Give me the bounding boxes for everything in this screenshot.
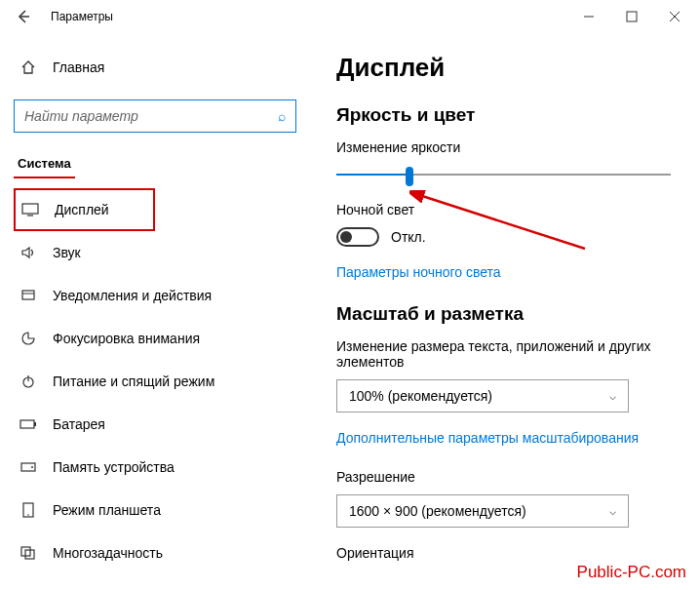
sidebar-item-label: Режим планшета — [53, 502, 161, 518]
home-link[interactable]: Главная — [14, 49, 307, 86]
window-title: Параметры — [51, 10, 113, 23]
orientation-label: Ориентация — [336, 545, 671, 561]
maximize-icon — [626, 11, 638, 22]
sidebar-item-focus[interactable]: Фокусировка внимания — [14, 317, 307, 360]
toggle-state-label: Откл. — [391, 229, 426, 245]
sidebar-item-label: Многозадачность — [53, 545, 163, 561]
svg-rect-2 — [627, 12, 637, 21]
brightness-section-heading: Яркость и цвет — [336, 104, 671, 126]
nightlight-label: Ночной свет — [336, 202, 671, 217]
notifications-icon — [18, 288, 39, 303]
resolution-label: Разрешение — [336, 469, 671, 485]
sidebar-item-label: Фокусировка внимания — [53, 331, 200, 346]
focus-icon — [18, 331, 39, 346]
close-button[interactable] — [653, 0, 696, 33]
close-icon — [669, 11, 681, 22]
toggle-knob — [340, 231, 352, 243]
brightness-slider[interactable] — [336, 165, 671, 184]
svg-point-16 — [27, 514, 29, 516]
chevron-down-icon: ⌵ — [609, 504, 616, 518]
search-input[interactable] — [24, 108, 278, 124]
slider-thumb[interactable] — [406, 167, 413, 186]
sidebar-item-label: Звук — [53, 245, 81, 260]
search-icon: ⌕ — [278, 108, 286, 124]
resolution-dropdown[interactable]: 1600 × 900 (рекомендуется) ⌵ — [336, 494, 629, 528]
scale-section-heading: Масштаб и разметка — [336, 303, 671, 325]
nightlight-toggle[interactable] — [336, 227, 379, 247]
svg-rect-5 — [22, 204, 38, 214]
home-icon — [18, 59, 39, 75]
sidebar-item-label: Батарея — [53, 416, 105, 432]
sidebar-item-sound[interactable]: Звук — [14, 231, 307, 274]
sidebar-item-label: Дисплей — [55, 202, 109, 217]
slider-fill — [336, 174, 409, 176]
back-button[interactable] — [4, 0, 43, 33]
tablet-icon — [18, 502, 39, 518]
minimize-icon — [583, 11, 595, 22]
storage-icon — [18, 461, 39, 473]
chevron-down-icon: ⌵ — [609, 389, 616, 403]
titlebar: Параметры — [0, 0, 700, 33]
display-icon — [19, 203, 41, 216]
sidebar-item-label: Уведомления и действия — [53, 288, 212, 303]
page-title: Дисплей — [336, 53, 671, 83]
sidebar-item-notifications[interactable]: Уведомления и действия — [14, 274, 307, 317]
multitask-icon — [18, 546, 39, 560]
search-box[interactable]: ⌕ — [14, 99, 296, 133]
sound-icon — [18, 245, 39, 260]
resolution-value: 1600 × 900 (рекомендуется) — [349, 503, 526, 519]
brightness-label: Изменение яркости — [336, 139, 671, 155]
advanced-scaling-link[interactable]: Дополнительные параметры масштабирования — [336, 430, 671, 446]
svg-rect-12 — [34, 422, 36, 426]
sidebar-item-battery[interactable]: Батарея — [14, 403, 307, 446]
home-label: Главная — [53, 59, 104, 75]
svg-point-14 — [31, 466, 33, 468]
sidebar-item-storage[interactable]: Память устройства — [14, 446, 307, 489]
sidebar-item-tablet[interactable]: Режим планшета — [14, 489, 307, 531]
category-heading: Система — [14, 152, 75, 178]
scale-value: 100% (рекомендуется) — [349, 388, 492, 404]
battery-icon — [18, 418, 39, 430]
main-panel: Дисплей Яркость и цвет Изменение яркости… — [307, 33, 700, 590]
sidebar-item-display[interactable]: Дисплей — [14, 188, 155, 231]
window-controls — [567, 0, 696, 33]
scale-label: Изменение размера текста, приложений и д… — [336, 338, 671, 370]
sidebar-item-multitask[interactable]: Многозадачность — [14, 531, 307, 574]
minimize-button[interactable] — [567, 0, 610, 33]
slider-track-line — [336, 174, 671, 176]
nightlight-settings-link[interactable]: Параметры ночного света — [336, 264, 671, 280]
sidebar: Главная ⌕ Система Дисплей Звук Уведомлен… — [0, 33, 307, 590]
sidebar-item-label: Питание и спящий режим — [53, 374, 214, 389]
svg-rect-7 — [22, 291, 34, 299]
sidebar-item-label: Память устройства — [53, 459, 175, 475]
sidebar-item-power[interactable]: Питание и спящий режим — [14, 360, 307, 403]
power-icon — [18, 374, 39, 389]
scale-dropdown[interactable]: 100% (рекомендуется) ⌵ — [336, 379, 629, 413]
maximize-button[interactable] — [610, 0, 653, 33]
svg-rect-11 — [20, 420, 34, 428]
arrow-left-icon — [16, 9, 31, 24]
